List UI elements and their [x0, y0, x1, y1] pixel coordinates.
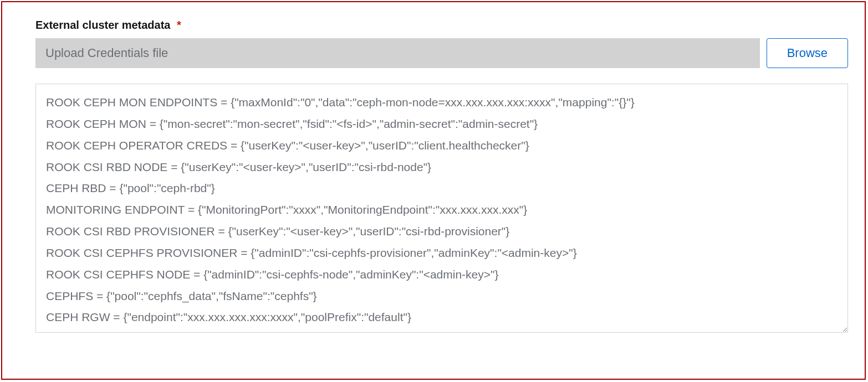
required-asterisk: *: [177, 19, 181, 31]
field-label-row: External cluster metadata *: [35, 19, 848, 32]
metadata-textarea[interactable]: [35, 84, 848, 333]
form-panel: External cluster metadata * Upload Crede…: [1, 1, 866, 380]
upload-filename-display: Upload Credentials file: [35, 38, 760, 68]
browse-button[interactable]: Browse: [767, 38, 848, 68]
field-label-text: External cluster metadata: [35, 19, 170, 31]
upload-row: Upload Credentials file Browse: [35, 38, 848, 68]
